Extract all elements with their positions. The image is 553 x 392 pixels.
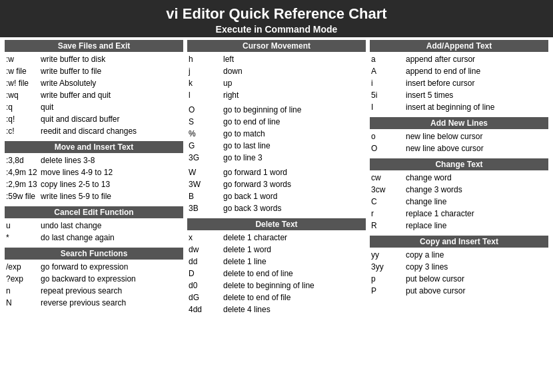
section-title: Add New Lines bbox=[370, 117, 548, 129]
table-row: 4dddelete 4 lines bbox=[187, 303, 366, 315]
command-key: 3G bbox=[189, 152, 223, 164]
command-key: :2,9m 13 bbox=[6, 178, 41, 190]
table-row: /expgo forward to expression bbox=[5, 261, 183, 273]
section: Move and Insert Text:3,8ddelete lines 3-… bbox=[5, 141, 183, 202]
command-key: O bbox=[189, 104, 223, 116]
section-title: Change Text bbox=[370, 158, 548, 170]
table-row: xdelete 1 character bbox=[187, 232, 366, 244]
command-description: go back 1 word bbox=[223, 190, 364, 202]
page-subtitle: Execute in Command Mode bbox=[3, 24, 550, 35]
command-description: reverse previous search bbox=[41, 297, 182, 309]
command-description: append to end of line bbox=[406, 65, 547, 77]
section: Search Functions/expgo forward to expres… bbox=[5, 248, 183, 309]
command-key: 3yy bbox=[371, 261, 406, 273]
command-description: right bbox=[223, 89, 364, 101]
table-row: cwchange word bbox=[370, 172, 548, 184]
command-description: new line above cursor bbox=[406, 142, 547, 154]
command-key: d0 bbox=[189, 280, 223, 292]
command-key: cw bbox=[371, 172, 406, 184]
command-description: go to end of line bbox=[223, 116, 364, 128]
command-description: quit bbox=[41, 101, 182, 113]
command-key: ?exp bbox=[6, 273, 41, 285]
command-description: replace 1 character bbox=[406, 208, 547, 220]
header: vi Editor Quick Reference Chart Execute … bbox=[0, 0, 553, 37]
table-row: jdown bbox=[187, 65, 366, 77]
column-2: Cursor MovementhleftjdownkuplrightOgo to… bbox=[185, 40, 368, 319]
section: Save Files and Exit:wwrite buffer to dis… bbox=[5, 40, 183, 137]
table-row: Wgo forward 1 word bbox=[187, 166, 366, 178]
command-description: go forward 1 word bbox=[223, 166, 364, 178]
section: Add New Linesonew line below cursorOnew … bbox=[370, 117, 548, 154]
command-description: undo last change bbox=[41, 220, 182, 232]
table-row: kup bbox=[187, 77, 366, 89]
column-1: Save Files and Exit:wwrite buffer to dis… bbox=[3, 40, 185, 319]
command-key: dd bbox=[189, 256, 223, 268]
table-row: rreplace 1 character bbox=[370, 208, 548, 220]
table-row: 3yycopy 3 lines bbox=[370, 261, 548, 273]
command-description: copy 3 lines bbox=[406, 261, 547, 273]
table-row: :q!quit and discard buffer bbox=[5, 113, 183, 125]
command-key: S bbox=[189, 116, 223, 128]
command-description: delete 4 lines bbox=[223, 303, 364, 315]
command-description: write buffer to disk bbox=[41, 53, 182, 65]
table-row: 3Bgo back 3 words bbox=[187, 202, 366, 214]
command-key: :w! file bbox=[6, 77, 41, 89]
table-row: Aappend to end of line bbox=[370, 65, 548, 77]
command-description: copy lines 2-5 to 13 bbox=[41, 178, 182, 190]
table-row: d0delete to beginning of line bbox=[187, 280, 366, 292]
section-title: Cancel Edit Function bbox=[5, 206, 183, 218]
command-description: delete 1 character bbox=[223, 232, 364, 244]
command-key: * bbox=[6, 232, 41, 244]
table-row: Ggo to last line bbox=[187, 140, 366, 152]
command-key: :w file bbox=[6, 65, 41, 77]
table-row: :4,9m 12move lines 4-9 to 12 bbox=[5, 166, 183, 178]
command-description: copy a line bbox=[406, 249, 547, 261]
table-row: :wqwrite buffer and quit bbox=[5, 89, 183, 101]
section-title: Copy and Insert Text bbox=[370, 236, 548, 248]
table-row: :qquit bbox=[5, 101, 183, 113]
command-key: r bbox=[371, 208, 406, 220]
table-row: dGdelete to end of file bbox=[187, 292, 366, 303]
command-key: n bbox=[6, 285, 41, 297]
command-key: h bbox=[189, 53, 223, 65]
command-key: P bbox=[371, 285, 406, 297]
table-row: Cchange line bbox=[370, 196, 548, 208]
section-title: Move and Insert Text bbox=[5, 141, 183, 153]
section: Add/Append Textaappend after cursorAappe… bbox=[370, 40, 548, 113]
section: Delete Textxdelete 1 characterdwdelete 1… bbox=[187, 218, 366, 315]
command-key: D bbox=[189, 268, 223, 280]
command-key: :4,9m 12 bbox=[6, 166, 41, 178]
table-row: :2,9m 13copy lines 2-5 to 13 bbox=[5, 178, 183, 190]
table-row: 3Wgo forward 3 words bbox=[187, 178, 366, 190]
section: Copy and Insert Textyycopy a line3yycopy… bbox=[370, 236, 548, 297]
command-description: put above cursor bbox=[406, 285, 547, 297]
table-row: Ddelete to end of line bbox=[187, 268, 366, 280]
section: Cancel Edit Functionuundo last change*do… bbox=[5, 206, 183, 244]
table-row: Rreplace line bbox=[370, 220, 548, 232]
section: Cursor MovementhleftjdownkuplrightOgo to… bbox=[187, 40, 366, 214]
command-description: go to beginning of line bbox=[223, 104, 364, 116]
command-description: quit and discard buffer bbox=[41, 113, 182, 125]
section-title: Cursor Movement bbox=[187, 40, 366, 52]
table-row: %go to match bbox=[187, 128, 366, 140]
table-row: dddelete 1 line bbox=[187, 256, 366, 268]
column-3: Add/Append Textaappend after cursorAappe… bbox=[368, 40, 550, 319]
command-key: I bbox=[371, 101, 406, 113]
command-key: :wq bbox=[6, 89, 41, 101]
command-description: write buffer and quit bbox=[41, 89, 182, 101]
table-row: pput below cursor bbox=[370, 273, 548, 285]
command-description: change word bbox=[406, 172, 547, 184]
command-description: left bbox=[223, 53, 364, 65]
command-description: insert at beginning of line bbox=[406, 101, 547, 113]
command-key: 3B bbox=[189, 202, 223, 214]
command-description: repeat previous search bbox=[41, 285, 182, 297]
table-row: 3Ggo to line 3 bbox=[187, 152, 366, 164]
table-row: iinsert before cursor bbox=[370, 77, 548, 89]
command-key: 3cw bbox=[371, 184, 406, 196]
command-key: O bbox=[371, 142, 406, 154]
command-key: % bbox=[189, 128, 223, 140]
command-description: up bbox=[223, 77, 364, 89]
command-key: x bbox=[189, 232, 223, 244]
command-key: /exp bbox=[6, 261, 41, 273]
table-row: :wwrite buffer to disk bbox=[5, 53, 183, 65]
